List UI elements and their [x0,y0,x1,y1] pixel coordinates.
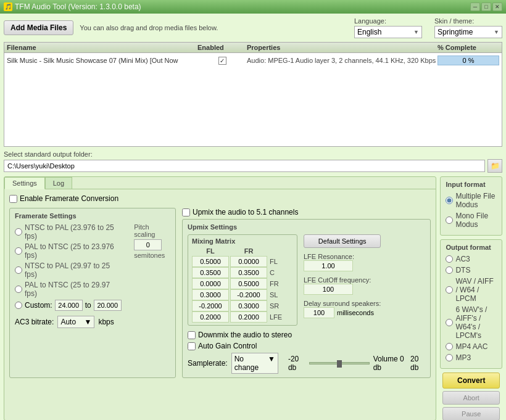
matrix-label-c: C [268,267,293,278]
volume-area: -20 db Volume 0 db 20 db [288,355,426,372]
volume-max: 20 db [410,355,425,372]
lfe-resonance-label: LFE Resonance: [304,253,381,260]
custom-from-input[interactable] [55,300,83,311]
framerate-label-3: PAL to NTSC (25 to 29.97 fps) [25,281,123,298]
matrix-c-fr[interactable] [230,267,267,278]
input-format-radio-1[interactable] [446,216,453,224]
custom-label: Custom: [25,301,52,310]
output-format-radio-4[interactable] [446,343,453,350]
delay-surround-group: Delay surround speakers: milliseconds [304,300,381,318]
col-enabled: Enabled [197,44,247,51]
output-format-option-0: AC3 [446,255,497,263]
framerate-radio-1[interactable] [15,247,22,255]
language-dropdown[interactable]: English ▼ [354,26,422,38]
matrix-sl-fr[interactable] [230,289,267,300]
upmix-box: Upmix Settings Mixing Matrix FL FR [182,219,431,378]
matrix-header: FL FR [192,247,293,255]
samplerate-label: Samplerate: [188,359,228,368]
framerate-option-3: PAL to NTSC (25 to 29.97 fps) [15,281,123,298]
action-buttons: Convert Abort Pause [440,373,502,420]
matrix-fl-fr[interactable] [230,256,267,267]
framerate-title: Framerate Settings [15,212,170,220]
lfe-cutoff-input[interactable] [304,284,353,295]
auto-gain-checkbox[interactable] [188,342,196,350]
settings-row: Framerate Settings NTSC to PAL (23.976 t… [9,208,431,378]
matrix-row-lfe: LFE [192,311,293,323]
skin-dropdown[interactable]: Springtime ▼ [434,26,502,38]
custom-to-input[interactable] [94,300,122,311]
input-format-title: Input format [446,181,497,188]
close-button[interactable]: ✕ [492,2,502,11]
matrix-label-fr: FR [268,278,293,289]
matrix-fl-fl[interactable] [192,256,229,267]
output-folder-label: Select standard output folder: [4,150,502,158]
pitch-input[interactable] [134,239,162,250]
output-folder-section: Select standard output folder: 📁 [4,150,502,173]
samplerate-dropdown[interactable]: No change ▼ [231,353,278,374]
pitch-label: Pitch scaling [134,223,170,238]
volume-slider-track[interactable] [309,362,370,364]
enable-framerate-checkbox[interactable] [9,195,17,203]
output-format-radio-3[interactable] [446,319,453,326]
matrix-fr-fr[interactable] [230,278,267,289]
enabled-checkbox[interactable] [218,57,226,65]
downmix-checkbox[interactable] [188,331,196,339]
tab-settings[interactable]: Settings [4,177,45,189]
delay-surround-input[interactable] [304,307,334,318]
tab-log[interactable]: Log [45,177,72,189]
framerate-radio-2[interactable] [15,266,22,274]
convert-button[interactable]: Convert [442,373,500,389]
top-bar-left: Add Media Files You can also drag and dr… [4,20,218,35]
add-files-button[interactable]: Add Media Files [4,20,73,35]
language-label: Language: [354,17,422,25]
matrix-sl-fl[interactable] [192,289,229,300]
table-row: Silk Music - Silk Music Showcase 07 (Min… [7,54,499,67]
output-format-radio-0[interactable] [446,255,453,263]
downmix-label: Downmix the audio to stereo [198,331,292,339]
file-enabled[interactable] [197,57,247,65]
volume-min: -20 db [288,355,305,372]
volume-slider-thumb[interactable] [337,360,342,368]
framerate-radio-0[interactable] [15,228,22,236]
abort-button[interactable]: Abort [442,391,500,405]
enable-framerate-row: Enable Framerate Conversion [9,194,431,203]
framerate-radio-custom[interactable] [15,302,22,309]
lfe-resonance-input[interactable] [304,260,353,271]
framerate-radio-3[interactable] [15,286,22,293]
file-list-body: Silk Music - Silk Music Showcase 07 (Min… [4,53,502,68]
ac3-value: Auto [60,318,76,326]
app-title: TFM Audio Tool (Version: 1.3.0.0 beta) [15,2,141,11]
input-format-radio-0[interactable] [446,197,453,204]
output-format-label-1: DTS [455,266,470,274]
output-format-label-3: 6 WAV's / AIFF's / W64's / LPCM's [455,305,497,340]
matrix-c-fl[interactable] [192,267,229,278]
matrix-lfe-fl[interactable] [192,311,229,323]
browse-folder-button[interactable]: 📁 [487,159,502,173]
matrix-row-sr: SR [192,300,293,311]
framerate-label-1: PAL to NTSC (25 to 23.976 fps) [25,242,123,260]
ac3-dropdown[interactable]: Auto ▼ [57,316,94,328]
default-settings-button[interactable]: Default Settings [304,234,381,248]
folder-path-input[interactable] [4,160,485,172]
output-format-radio-1[interactable] [446,266,453,274]
volume-center: Volume 0 db [373,355,407,372]
lfe-cutoff-label: LFE CutOff frequency: [304,276,381,284]
output-format-label-5: MP3 [455,353,471,362]
matrix-lfe-fr[interactable] [230,311,267,323]
matrix-sr-fl[interactable] [192,300,229,311]
language-section: Language: English ▼ [354,17,422,38]
pause-button[interactable]: Pause [442,407,500,420]
minimize-button[interactable]: ─ [470,2,480,11]
input-format-option-0: Multiple File Modus [446,192,497,209]
matrix-fr-fl[interactable] [192,278,229,289]
output-format-radio-2[interactable] [446,286,453,294]
output-format-radio-5[interactable] [446,354,453,361]
title-bar-left: 🎵 TFM Audio Tool (Version: 1.3.0.0 beta) [4,2,141,11]
framerate-label-0: NTSC to PAL (23.976 to 25 fps) [25,223,123,241]
main-content: Add Media Files You can also drag and dr… [0,14,506,420]
input-format-label-1: Mono File Modus [455,212,497,229]
maximize-button[interactable]: □ [481,2,491,11]
matrix-sr-fr[interactable] [230,300,267,311]
upmix-checkbox[interactable] [182,208,190,216]
output-format-option-2: WAV / AIFF / W64 / LPCM [446,277,497,303]
